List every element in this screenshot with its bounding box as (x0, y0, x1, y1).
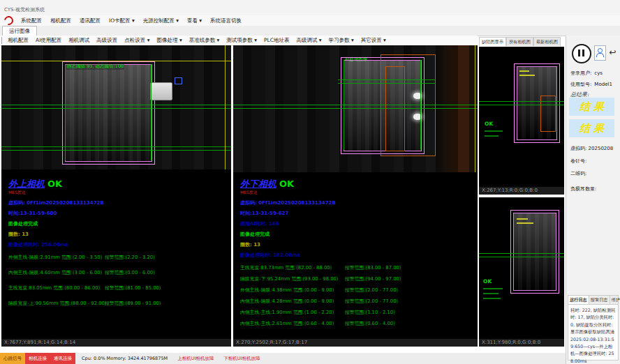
measurement-value: 内侧主线-隔膜:4.28mm 范围:(0.00 - 9.00) (240, 298, 345, 305)
toolbar-item[interactable]: 学习参数 ▾ (325, 37, 357, 44)
toolbar-item[interactable]: 高级调试 ▾ (293, 37, 325, 44)
toolbar-item[interactable]: 高级设置 (93, 37, 121, 44)
proc-time-line: 图像处理耗时: 256.00ms (8, 241, 230, 248)
pause-icon (582, 50, 584, 56)
pause-button[interactable] (572, 44, 591, 63)
roller-band (458, 45, 469, 172)
log-tabs: 运行日志报警日志维护日志 (568, 296, 618, 305)
model-row: 使用型号:Model1 (570, 81, 612, 88)
lower-camera-fault: 下相机UI相机故障 (217, 353, 263, 364)
log-tab[interactable]: 报警日志 (589, 296, 610, 304)
proc-time-line: 图像处理耗时: 182.00ms (240, 252, 476, 259)
menubar: 系统配置相机配置通讯配置IO卡配置 ▾光源控制配置 ▾查看 ▾系统语言切换 (0, 15, 620, 26)
time-line: 时间:13-31-59-600 (8, 210, 230, 217)
loop-line: 圈数: 13 (8, 231, 230, 238)
camera-result-title: 外上相机OK (8, 178, 230, 190)
cursor-coords: X:270;Y:2502;R:17;G:17;B:17 (233, 339, 478, 347)
thumbnail-tab[interactable]: 缺陷图显示 (479, 37, 506, 46)
toolbar-item[interactable]: 相机配置 (4, 37, 32, 44)
model-value: Model1 (594, 82, 612, 87)
result-ok-badge: OK (279, 179, 294, 189)
measurement-row: 隔膜宽度-上:90.56mm 范围:(88.00 - 92.00) 报警范围:(… (8, 300, 230, 307)
toolbar: 相机配置AI使用配置相机调试高级设置点检设置 ▾图像处理 ▾基准线参数 ▾测试项… (0, 36, 478, 46)
guide-line (1, 105, 231, 105)
toolbar-item[interactable]: AI使用配置 (32, 37, 65, 44)
toolbar-items: 相机配置AI使用配置相机调试高级设置点检设置 ▾图像处理 ▾基准线参数 ▾测试项… (4, 37, 390, 44)
cursor-coords: X:7677;Y:891;R:14;G:14;B:14 (1, 339, 231, 347)
toolbar-item[interactable]: 基准线参数 ▾ (186, 37, 223, 44)
ruler-line (475, 45, 475, 172)
qr-code-label: 二维码: (570, 170, 586, 177)
login-user-button[interactable] (594, 45, 606, 61)
alarm-range: 报警范围:(83.00 - 87.00) (345, 264, 401, 271)
guide-line (233, 105, 478, 105)
toolbar-item[interactable]: PLC地址表 (260, 37, 293, 44)
measurement-row: 外侧主线-隔膜:4.38mm 范围:(0.00 - 9.00) 报警范围:(2.… (240, 287, 476, 294)
marker-box (175, 77, 182, 84)
thumbnail-view-1[interactable]: OK X:267;Y:13;R:0;G:0;B:0 (479, 47, 564, 195)
page-tab-row: 运行图像 (0, 26, 620, 36)
measurement-row: 内侧主线-主线:1.90mm 范围:(1.00 - 2.20) 报警范围:(1.… (240, 309, 476, 316)
login-user-label: 登录用户: (570, 70, 591, 76)
ruler-line (225, 45, 226, 169)
alarm-range: 报警范围:(2.00 - 77.00) (345, 287, 398, 294)
mes-note: MES发送 (240, 190, 476, 196)
menu-item[interactable]: 光源控制配置 ▾ (139, 17, 183, 24)
menu-item[interactable]: 系统配置 (17, 17, 46, 24)
menu-item[interactable]: 通讯配置 (75, 17, 105, 24)
overlay-text-mark (483, 298, 501, 299)
needle-number-label: 卷针号: (570, 158, 586, 165)
upper-camera-fault: 上相机UI相机故障 (171, 353, 217, 364)
camera-image-lower-outer[interactable]: AI处理图像 (233, 45, 478, 172)
thumbnail-view-2[interactable]: OK X:311;Y:980;R:0;G:0;B:0 (479, 197, 564, 347)
camera-image-upper-outer[interactable]: 静态阈值:93, 动态阈值:100 (1, 45, 231, 169)
guide-line (65, 64, 66, 160)
thumbnail-tabs: 缺陷图显示所有相机图最新相机图 (479, 37, 564, 46)
guide-line (479, 257, 564, 257)
cpu-memory-status: Cpu: 0.0% Memory: 3424.41796875M (75, 353, 171, 364)
thumbnail-tab[interactable]: 最新相机图 (533, 37, 561, 46)
status-line: 图像处理完成 (240, 231, 476, 238)
overlay-text-mark (519, 70, 529, 72)
log-text: 耗时: 222, 缺陷检测耗时: 17, 缺陷分类耗时: 0, 缺陷提取分区耗时… (568, 305, 618, 364)
pause-icon (578, 50, 580, 56)
guide-line (1, 146, 231, 147)
alarm-range: 报警范围:(0.00 - 6.00) (105, 269, 155, 276)
login-user-value: cys (594, 70, 603, 76)
camera-result-title: 外下相机OK (240, 178, 476, 190)
barcode-line: 虚拟码: 0Ff1im2025020813313472B (8, 199, 230, 206)
guide-line (1, 150, 231, 151)
log-tab[interactable]: 运行日志 (568, 296, 589, 304)
measurement-value: 主线宽度:83.05mm 范围:(80.00 - 86.00) (8, 285, 105, 291)
threshold-note: 静态阈值:93, 动态阈值:100 (66, 63, 124, 70)
measurement-value: 内侧主线-隔膜:4.60mm 范围:(3.00 - 6.00) (8, 269, 105, 276)
toolbar-item[interactable]: 图像处理 ▾ (154, 37, 186, 44)
loop-line: 圈数: 13 (240, 241, 476, 248)
status-line: 图像处理完成 (8, 220, 230, 227)
toolbar-item[interactable]: 测试项参数 ▾ (223, 37, 260, 44)
menu-item[interactable]: IO卡配置 ▾ (105, 17, 139, 24)
toolbar-item[interactable]: 相机调试 (65, 37, 93, 44)
result-ok-badge: OK (47, 179, 62, 189)
tab-run-image[interactable]: 运行图像 (2, 26, 37, 36)
measurement-row: 隔膜宽度-下:95.24mm 范围:(93.00 - 98.00) 报警范围:(… (240, 275, 476, 282)
log-panel: 运行日志报警日志维护日志 耗时: 222, 缺陷检测耗时: 17, 缺陷分类耗时… (568, 295, 619, 361)
toolbar-item[interactable]: 点检设置 ▾ (121, 37, 153, 44)
menu-item[interactable]: 查看 ▾ (183, 17, 206, 24)
log-tab[interactable]: 维护日志 (610, 296, 620, 304)
status-bar: 心跳信号 相机连接 通讯连接 Cpu: 0.0% Memory: 3424.41… (0, 353, 566, 364)
alarm-range: 报警范围:(89.00 - 91.00) (105, 300, 161, 307)
guide-line (338, 79, 436, 80)
thumbnail-tab[interactable]: 所有相机图 (506, 37, 533, 46)
back-button[interactable]: ↩ (607, 45, 618, 59)
camera-name: 外下相机 (240, 179, 276, 189)
comm-link-indicator: 通讯连接 (50, 353, 75, 364)
menu-item[interactable]: 系统语言切换 (206, 17, 246, 24)
guide-line (151, 64, 152, 160)
guide-line (479, 253, 564, 254)
thumbnail-ok-text: OK (483, 278, 492, 285)
toolbar-item[interactable]: 其它设置 ▾ (357, 37, 390, 44)
cursor-coords: X:311;Y:980;R:0;G:0;B:0 (479, 339, 564, 347)
menu-item[interactable]: 相机配置 (46, 17, 75, 24)
alarm-range: 报警范围:(2.20 - 3.20) (105, 254, 155, 261)
